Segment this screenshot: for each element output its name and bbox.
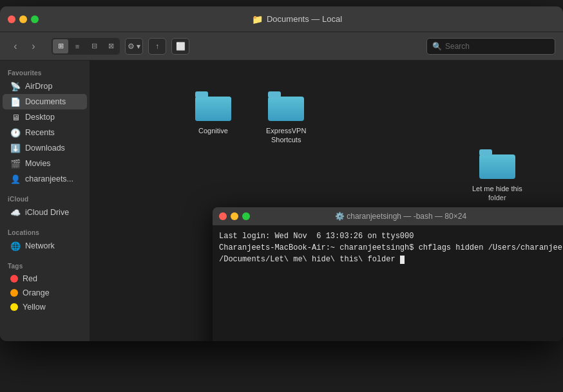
title-bar-center: 📁 Documents — Local [39,14,555,24]
folder-hide[interactable]: Let me hide thisfolder [467,144,528,208]
tag-orange-label: Orange [23,288,50,297]
sidebar-item-tag-orange[interactable]: Orange [3,286,87,300]
charanjeets-label: charanjeets... [25,174,73,183]
expressvpn-folder-label: ExpressVPNShortcuts [266,126,306,145]
terminal-cursor [400,256,405,264]
icon-view-button[interactable]: ⊞ [53,39,68,53]
search-icon: 🔍 [432,42,442,51]
cognitive-folder-svg [195,91,231,121]
sidebar-item-tag-red[interactable]: Red [3,272,87,286]
toolbar: ‹ › ⊞ ≡ ⊟ ⊠ ⚙ ▾ ↑ ⬜ 🔍 Search [0,32,563,61]
terminal-body[interactable]: Last login: Wed Nov 6 13:03:26 on ttys00… [213,225,563,341]
maximize-button[interactable] [31,15,39,23]
network-icon: 🌐 [10,241,21,251]
network-label: Network [25,241,55,250]
sidebar-item-network[interactable]: 🌐 Network [3,238,87,254]
sidebar: Favourites 📡 AirDrop 📄 Documents 🖥 Deskt… [0,61,90,341]
share-button[interactable]: ↑ [148,38,166,55]
documents-label: Documents [25,97,66,106]
close-button[interactable] [8,15,15,23]
view-switcher: ⊞ ≡ ⊟ ⊠ [52,38,120,55]
downloads-label: Downloads [25,144,65,153]
sidebar-item-tag-yellow[interactable]: Yellow [3,300,87,314]
terminal-title: ⚙️ charanjeetsingh — -bash — 80×24 [222,212,563,221]
sidebar-item-icloud-drive[interactable]: ☁️ iCloud Drive [3,205,87,220]
user-icon: 👤 [10,174,21,184]
expressvpn-folder-icon [268,91,304,124]
red-tag-dot [10,275,18,283]
svg-rect-1 [195,97,231,121]
finder-window: 📁 Documents — Local ‹ › ⊞ ≡ ⊟ ⊠ ⚙ ▾ ↑ ⬜ … [0,6,563,341]
tag-button[interactable]: ⬜ [171,38,189,55]
sidebar-item-downloads[interactable]: ⬇️ Downloads [3,140,87,156]
cognitive-folder-icon [195,91,231,124]
desktop-label: Desktop [25,113,55,122]
tags-label: Tags [0,259,90,272]
terminal-window[interactable]: ⚙️ charanjeetsingh — -bash — 80×24 Last … [213,207,563,341]
svg-rect-4 [268,91,281,98]
sidebar-item-airdrop[interactable]: 📡 AirDrop [3,79,87,94]
expressvpn-folder-svg [268,91,304,121]
desktop-icon: 🖥 [10,112,21,122]
traffic-lights [8,15,39,23]
recents-label: Recents [25,128,55,137]
locations-label: Locations [0,225,90,238]
airdrop-icon: 📡 [10,81,21,91]
documents-icon: 📄 [10,97,21,107]
sidebar-item-charanjeets[interactable]: 👤 charanjeets... [3,171,87,187]
recents-icon: 🕐 [10,127,21,138]
sidebar-item-recents[interactable]: 🕐 Recents [3,125,87,140]
terminal-title-bar: ⚙️ charanjeetsingh — -bash — 80×24 [213,207,563,225]
airdrop-label: AirDrop [25,82,52,91]
sort-action-button[interactable]: ⚙ ▾ [125,38,143,55]
orange-tag-dot [10,289,18,297]
favourites-label: Favourites [0,66,90,79]
nav-buttons: ‹ › [8,39,41,54]
title-bar: 📁 Documents — Local [0,6,563,32]
icloud-drive-label: iCloud Drive [25,208,69,217]
sidebar-item-desktop[interactable]: 🖥 Desktop [3,109,87,125]
sidebar-item-movies[interactable]: 🎬 Movies [3,156,87,171]
hide-folder-label: Let me hide thisfolder [472,184,522,203]
search-placeholder: Search [445,42,470,51]
svg-rect-5 [479,154,515,179]
main-area: Favourites 📡 AirDrop 📄 Documents 🖥 Deskt… [0,61,563,341]
sidebar-item-documents[interactable]: 📄 Documents [3,94,87,109]
tag-yellow-label: Yellow [23,303,46,312]
svg-rect-3 [268,97,304,121]
movies-icon: 🎬 [10,158,21,169]
tag-red-label: Red [23,274,37,283]
cognitive-folder-label: Cognitive [198,126,228,135]
gallery-view-button[interactable]: ⊠ [103,39,119,53]
folder-cognitive[interactable]: Cognitive [190,86,236,140]
window-title: Documents — Local [267,14,342,24]
yellow-tag-dot [10,303,18,311]
title-folder-icon: 📁 [252,14,263,24]
minimize-button[interactable] [19,15,27,23]
forward-button[interactable]: › [26,39,41,54]
terminal-line-2: Charanjeets-MacBook-Air:~ charanjeetsing… [219,242,563,265]
downloads-icon: ⬇️ [10,143,21,153]
svg-rect-6 [479,149,492,156]
hide-folder-svg [479,149,515,179]
folder-expressvpn[interactable]: ExpressVPNShortcuts [261,86,311,150]
hide-folder-icon [479,149,515,182]
terminal-line-1: Last login: Wed Nov 6 13:03:26 on ttys00… [219,230,563,242]
movies-label: Movies [25,159,51,168]
column-view-button[interactable]: ⊟ [86,39,102,53]
svg-rect-2 [195,91,208,98]
icloud-icon: ☁️ [10,207,21,218]
content-area: Cognitive Expr [90,61,563,341]
terminal-gear-icon: ⚙️ [335,212,345,221]
back-button[interactable]: ‹ [8,39,23,54]
icloud-label: iCloud [0,192,90,205]
list-view-button[interactable]: ≡ [70,39,85,53]
search-bar[interactable]: 🔍 Search [426,38,555,55]
